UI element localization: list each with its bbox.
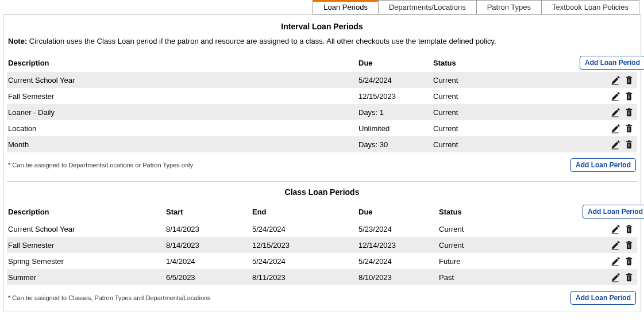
cell-due: Days: 1: [358, 108, 433, 117]
cell-due: 12/15/2023: [358, 92, 433, 101]
edit-icon[interactable]: [611, 256, 621, 266]
svg-rect-6: [612, 250, 619, 250]
section-divider: [7, 181, 637, 182]
add-loan-period-button[interactable]: Add Loan Period: [583, 205, 644, 218]
tab-bar: Loan PeriodsDepartments/LocationsPatron …: [0, 0, 644, 14]
trash-icon[interactable]: [624, 107, 634, 117]
cell-status: Future: [439, 257, 583, 266]
svg-rect-7: [612, 266, 619, 266]
cell-description: Location: [8, 124, 358, 133]
edit-icon[interactable]: [611, 107, 621, 117]
table-row: Current School Year5/24/2024Current: [7, 72, 637, 88]
table-row: MonthDays: 30Current: [7, 136, 637, 152]
cell-description: Spring Semester: [8, 257, 166, 266]
cell-description: Current School Year: [8, 225, 166, 233]
trash-icon[interactable]: [624, 91, 634, 101]
edit-icon[interactable]: [611, 224, 621, 234]
cell-end: 12/15/2023: [252, 241, 358, 250]
table-row: Summer6/5/20238/11/20238/10/2023Past: [7, 269, 637, 285]
trash-icon[interactable]: [624, 272, 634, 282]
svg-rect-3: [612, 133, 619, 133]
tab-patron-types[interactable]: Patron Types: [476, 0, 542, 14]
class-header-status: Status: [439, 208, 583, 216]
interval-footnote: * Can be assigned to Departments/Locatio…: [8, 162, 193, 168]
table-row: LocationUnlimitedCurrent: [7, 120, 637, 136]
interval-note: Note: Circulation uses the Class Loan pe…: [7, 37, 637, 53]
cell-status: Current: [433, 76, 580, 85]
cell-description: Summer: [8, 273, 166, 282]
svg-rect-0: [612, 85, 619, 85]
cell-end: 8/11/2023: [252, 273, 358, 282]
class-header-end: End: [252, 208, 358, 216]
edit-icon[interactable]: [611, 123, 621, 133]
cell-due: Unlimited: [358, 124, 433, 133]
trash-icon[interactable]: [624, 123, 634, 133]
trash-icon[interactable]: [624, 240, 634, 250]
cell-status: Current: [433, 124, 580, 133]
cell-description: Fall Semester: [8, 241, 166, 250]
trash-icon[interactable]: [624, 75, 634, 85]
cell-description: Current School Year: [8, 76, 358, 85]
class-header-start: Start: [166, 208, 252, 216]
class-header-row: Description Start End Due Status Add Loa…: [7, 202, 637, 221]
table-row: Current School Year8/14/20235/24/20245/2…: [7, 221, 637, 237]
add-loan-period-button[interactable]: Add Loan Period: [570, 291, 636, 305]
cell-start: 6/5/2023: [166, 273, 252, 282]
cell-status: Current: [433, 92, 580, 101]
table-row: Spring Semester1/4/20245/24/20245/24/202…: [7, 253, 637, 269]
cell-status: Current: [433, 108, 580, 117]
interval-header-status: Status: [433, 59, 580, 67]
class-footnote: * Can be assigned to Classes, Patron Typ…: [8, 294, 211, 301]
cell-end: 5/24/2024: [252, 257, 358, 266]
add-loan-period-button[interactable]: Add Loan Period: [580, 56, 644, 70]
svg-rect-1: [612, 101, 619, 101]
cell-due: Days: 30: [358, 140, 433, 149]
add-loan-period-button[interactable]: Add Loan Period: [570, 158, 636, 172]
interval-header-row: Description Due Status Add Loan Period: [7, 53, 637, 72]
cell-due: 12/14/2023: [358, 241, 439, 250]
class-footer: * Can be assigned to Classes, Patron Typ…: [7, 285, 637, 306]
edit-icon[interactable]: [611, 75, 621, 85]
cell-due: 8/10/2023: [358, 273, 439, 282]
svg-rect-5: [612, 233, 619, 234]
svg-rect-4: [612, 149, 619, 150]
edit-icon[interactable]: [611, 91, 621, 101]
cell-start: 1/4/2024: [166, 257, 252, 266]
trash-icon[interactable]: [624, 224, 634, 234]
class-header-due: Due: [358, 208, 439, 216]
cell-start: 8/14/2023: [166, 225, 252, 233]
content-panel: Interval Loan Periods Note: Circulation …: [3, 14, 641, 312]
cell-due: 5/24/2024: [358, 257, 439, 266]
interval-header-due: Due: [358, 59, 433, 67]
class-section-title: Class Loan Periods: [7, 185, 637, 202]
edit-icon[interactable]: [611, 272, 621, 282]
cell-status: Current: [439, 225, 583, 233]
edit-icon[interactable]: [611, 240, 621, 250]
interval-section-title: Interval Loan Periods: [7, 20, 637, 37]
cell-description: Fall Semester: [8, 92, 358, 101]
trash-icon[interactable]: [624, 256, 634, 266]
interval-footer: * Can be assigned to Departments/Locatio…: [7, 152, 637, 173]
cell-end: 5/24/2024: [252, 225, 358, 233]
edit-icon[interactable]: [611, 139, 621, 150]
tab-textbook-loan-policies[interactable]: Textbook Loan Policies: [541, 0, 639, 14]
table-row: Loaner - DailyDays: 1Current: [7, 104, 637, 120]
cell-status: Past: [439, 273, 583, 282]
cell-due: 5/23/2024: [358, 225, 439, 233]
cell-description: Month: [8, 140, 358, 149]
cell-status: Current: [433, 140, 580, 149]
svg-rect-2: [612, 117, 619, 117]
cell-description: Loaner - Daily: [8, 108, 358, 117]
svg-rect-8: [612, 282, 619, 282]
cell-due: 5/24/2024: [358, 76, 433, 85]
table-row: Fall Semester8/14/202312/15/202312/14/20…: [7, 237, 637, 253]
class-header-description: Description: [8, 208, 166, 216]
interval-header-description: Description: [8, 59, 358, 67]
cell-status: Current: [439, 241, 583, 250]
tab-loan-periods[interactable]: Loan Periods: [313, 0, 379, 14]
table-row: Fall Semester12/15/2023Current: [7, 88, 637, 104]
interval-note-prefix: Note:: [8, 37, 27, 45]
trash-icon[interactable]: [624, 139, 634, 150]
interval-note-text: Circulation uses the Class Loan period i…: [27, 37, 496, 45]
tab-departments-locations[interactable]: Departments/Locations: [378, 0, 477, 14]
